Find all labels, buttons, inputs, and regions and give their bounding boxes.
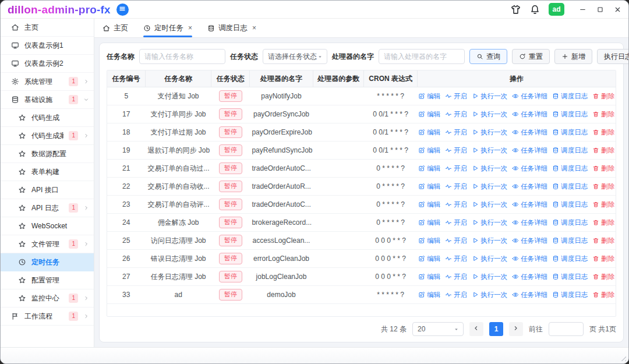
op-delete[interactable]: 删除 <box>592 236 614 245</box>
op-sched-log[interactable]: 调度日志 <box>552 200 588 209</box>
op-detail[interactable]: 任务详细 <box>512 164 547 173</box>
op-sched-log[interactable]: 调度日志 <box>552 255 588 263</box>
op-detail[interactable]: 任务详细 <box>512 92 547 101</box>
op-enable[interactable]: 开启 <box>445 291 467 299</box>
op-sched-log[interactable]: 调度日志 <box>552 218 588 227</box>
close-icon[interactable] <box>613 5 621 13</box>
sidebar-item-数据源配置[interactable]: 数据源配置 <box>1 145 94 163</box>
tab-home[interactable]: 主页 <box>103 19 128 37</box>
op-run-once[interactable]: 执行一次 <box>472 182 507 191</box>
op-detail[interactable]: 任务详细 <box>512 128 547 137</box>
sidebar-item-配置管理[interactable]: 配置管理 <box>1 271 94 289</box>
op-enable[interactable]: 开启 <box>445 146 467 155</box>
sidebar-item-代码生成[interactable]: 代码生成 <box>1 109 94 127</box>
op-enable[interactable]: 开启 <box>445 200 467 209</box>
op-edit[interactable]: 编辑 <box>418 128 440 137</box>
sidebar-item-仪表盘示例1[interactable]: 仪表盘示例1 <box>1 37 94 55</box>
task-name-input[interactable] <box>139 49 225 64</box>
goto-page-input[interactable] <box>549 322 584 336</box>
op-delete[interactable]: 删除 <box>592 182 614 191</box>
resize-grip-icon[interactable] <box>620 355 626 361</box>
op-enable[interactable]: 开启 <box>445 110 467 119</box>
op-run-once[interactable]: 执行一次 <box>472 273 507 281</box>
op-delete[interactable]: 删除 <box>592 146 614 155</box>
tab-close-icon[interactable]: × <box>188 24 192 31</box>
op-detail[interactable]: 任务详细 <box>512 200 547 209</box>
op-delete[interactable]: 删除 <box>592 218 614 227</box>
op-sched-log[interactable]: 调度日志 <box>552 164 588 173</box>
op-edit[interactable]: 编辑 <box>418 146 440 155</box>
notifications-bell-icon[interactable] <box>529 4 540 15</box>
op-enable[interactable]: 开启 <box>445 255 467 263</box>
sidebar-item-仪表盘示例2[interactable]: 仪表盘示例2 <box>1 55 94 73</box>
op-enable[interactable]: 开启 <box>445 236 467 245</box>
sidebar-item-API 接口[interactable]: API 接口 <box>1 181 94 199</box>
op-sched-log[interactable]: 调度日志 <box>552 182 588 191</box>
op-edit[interactable]: 编辑 <box>418 200 440 209</box>
op-detail[interactable]: 任务详细 <box>512 273 547 281</box>
op-edit[interactable]: 编辑 <box>418 273 440 281</box>
op-sched-log[interactable]: 调度日志 <box>552 92 588 101</box>
user-avatar[interactable]: ad <box>549 3 564 16</box>
op-edit[interactable]: 编辑 <box>418 110 440 119</box>
page-1-button[interactable]: 1 <box>489 322 503 336</box>
hamburger-menu-button[interactable] <box>116 3 129 16</box>
op-delete[interactable]: 删除 <box>592 291 614 299</box>
op-delete[interactable]: 删除 <box>592 164 614 173</box>
handler-name-input[interactable] <box>379 49 465 64</box>
op-enable[interactable]: 开启 <box>445 164 467 173</box>
op-detail[interactable]: 任务详细 <box>512 110 547 119</box>
op-enable[interactable]: 开启 <box>445 182 467 191</box>
op-enable[interactable]: 开启 <box>445 128 467 137</box>
next-page-button[interactable] <box>509 322 523 336</box>
op-run-once[interactable]: 执行一次 <box>472 236 507 245</box>
theme-shirt-icon[interactable] <box>510 4 521 15</box>
op-run-once[interactable]: 执行一次 <box>472 218 507 227</box>
sidebar-item-表单构建[interactable]: 表单构建 <box>1 163 94 181</box>
sidebar-item-工作流程[interactable]: 工作流程1 <box>1 308 94 326</box>
op-run-once[interactable]: 执行一次 <box>472 200 507 209</box>
op-sched-log[interactable]: 调度日志 <box>552 273 588 281</box>
op-run-once[interactable]: 执行一次 <box>472 164 507 173</box>
op-edit[interactable]: 编辑 <box>418 164 440 173</box>
op-sched-log[interactable]: 调度日志 <box>552 110 588 119</box>
sidebar-item-定时任务[interactable]: 定时任务 <box>1 253 94 271</box>
op-sched-log[interactable]: 调度日志 <box>552 146 588 155</box>
sidebar-item-文件管理[interactable]: 文件管理1 <box>1 235 94 253</box>
page-size-select[interactable]: 20 <box>412 322 464 336</box>
op-run-once[interactable]: 执行一次 <box>472 92 507 101</box>
op-edit[interactable]: 编辑 <box>418 236 440 245</box>
op-run-once[interactable]: 执行一次 <box>472 146 507 155</box>
op-detail[interactable]: 任务详细 <box>512 218 547 227</box>
op-enable[interactable]: 开启 <box>445 92 467 101</box>
maximize-icon[interactable] <box>596 5 604 13</box>
tab-close-icon[interactable]: × <box>252 24 256 31</box>
op-edit[interactable]: 编辑 <box>418 291 440 299</box>
task-status-select[interactable]: 请选择任务状态 <box>263 49 327 64</box>
op-enable[interactable]: 开启 <box>445 218 467 227</box>
op-edit[interactable]: 编辑 <box>418 182 440 191</box>
op-edit[interactable]: 编辑 <box>418 218 440 227</box>
sidebar-item-监控中心[interactable]: 监控中心1 <box>1 289 94 308</box>
sidebar-item-基础设施[interactable]: 基础设施1 <box>1 91 94 109</box>
sidebar-item-代码生成案例[interactable]: 代码生成案例1 <box>1 127 94 145</box>
prev-page-button[interactable] <box>469 322 483 336</box>
sidebar-item-主页[interactable]: 主页 <box>1 19 94 37</box>
op-run-once[interactable]: 执行一次 <box>472 110 507 119</box>
op-detail[interactable]: 任务详细 <box>512 236 547 245</box>
tab-job-log[interactable]: 调度日志× <box>207 19 256 37</box>
op-edit[interactable]: 编辑 <box>418 92 440 101</box>
op-enable[interactable]: 开启 <box>445 273 467 281</box>
query-button[interactable]: 查询 <box>469 49 507 64</box>
op-delete[interactable]: 删除 <box>592 128 614 137</box>
op-edit[interactable]: 编辑 <box>418 255 440 263</box>
op-sched-log[interactable]: 调度日志 <box>552 128 588 137</box>
sidebar-item-API 日志[interactable]: API 日志1 <box>1 199 94 217</box>
op-sched-log[interactable]: 调度日志 <box>552 236 588 245</box>
op-sched-log[interactable]: 调度日志 <box>552 291 588 299</box>
op-detail[interactable]: 任务详细 <box>512 182 547 191</box>
reset-button[interactable]: 重置 <box>512 49 550 64</box>
op-delete[interactable]: 删除 <box>592 92 614 101</box>
op-delete[interactable]: 删除 <box>592 255 614 263</box>
create-button[interactable]: 新增 <box>554 49 592 64</box>
